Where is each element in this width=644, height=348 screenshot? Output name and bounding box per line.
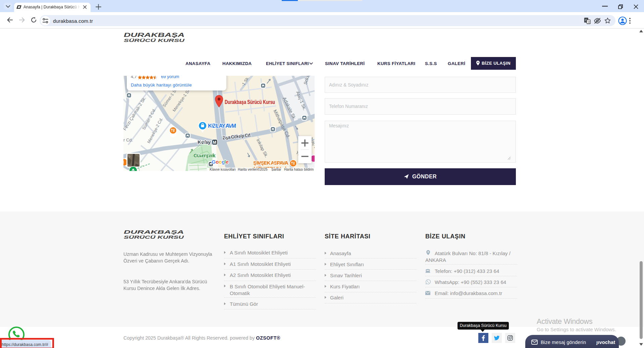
svg-text:69 yorum: 69 yorum (161, 76, 179, 79)
svg-text:o: o (216, 159, 219, 165)
svg-text:G: G (212, 159, 216, 165)
svg-text:Harita verileri©2025: Harita verileri©2025 (238, 168, 268, 171)
svg-text:4,7: 4,7 (131, 76, 137, 79)
svg-text:文: 文 (588, 20, 591, 24)
svg-text:Güvenpark: Güvenpark (194, 153, 215, 158)
svg-text:SÜRÜCÜ KURSU: SÜRÜCÜ KURSU (124, 38, 185, 43)
svg-text:Şartlar: Şartlar (271, 168, 281, 171)
svg-text:M: M (213, 140, 216, 145)
svg-text:Durakbaşa Sürücü Kursu: Durakbaşa Sürücü Kursu (225, 99, 275, 105)
svg-text:SÜRÜCÜ KURSU: SÜRÜCÜ KURSU (124, 235, 184, 240)
svg-text:r Cd.: r Cd. (123, 137, 133, 142)
svg-text:e: e (226, 159, 229, 165)
svg-text:Klavye kısayolları: Klavye kısayolları (210, 168, 236, 171)
svg-text:DURAKBAŞA: DURAKBAŞA (124, 32, 184, 38)
svg-text:Kızılay: Kızılay (198, 139, 211, 145)
svg-text:o: o (219, 159, 222, 165)
svg-text:DURAKBAŞA: DURAKBAŞA (124, 229, 184, 235)
svg-text:KIZILAY AVM: KIZILAY AVM (208, 123, 236, 129)
svg-text:ŞİMŞEK ASPAVA: ŞİMŞEK ASPAVA (253, 160, 288, 166)
svg-text:Daha büyük haritayı görüntüle: Daha büyük haritayı görüntüle (131, 82, 192, 88)
svg-text:Harita hatası bildirin: Harita hatası bildirin (284, 168, 314, 171)
